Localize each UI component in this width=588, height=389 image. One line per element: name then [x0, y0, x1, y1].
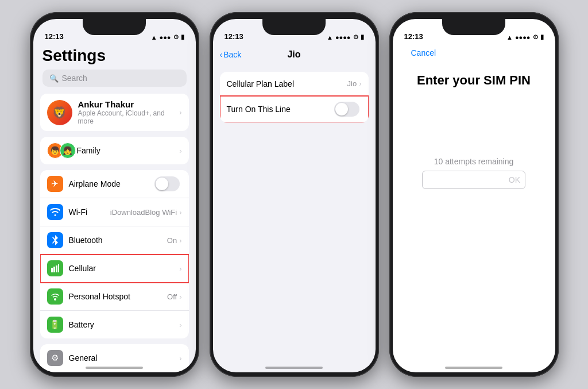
search-icon: 🔍 [49, 74, 59, 83]
family-chevron: › [179, 147, 181, 155]
wifi-icon: ⊙ [173, 33, 179, 41]
network-group: ✈ Airplane Mode Wi-Fi iDownloadBlog WiFi… [40, 170, 189, 338]
phone-1-screen: 12:13 ▲ ●●● ⊙ ▮ Settings 🔍 Search 🦁 [33, 19, 196, 372]
battery-label: Battery [69, 320, 180, 329]
settings-screen: 12:13 ▲ ●●● ⊙ ▮ Settings 🔍 Search 🦁 [33, 19, 196, 372]
search-bar[interactable]: 🔍 Search [42, 70, 187, 87]
status-time-3: 12:13 [404, 32, 423, 41]
turn-on-label: Turn On This Line [227, 105, 334, 114]
notch-2 [262, 19, 326, 35]
battery-chevron: › [179, 321, 181, 329]
location-icon: ▲ [151, 34, 157, 41]
battery-icon-2: ▮ [361, 33, 364, 41]
family-row[interactable]: 👦 👧 Family › [40, 137, 189, 164]
signal-icon: ●●● [160, 34, 171, 41]
family-avatar-2: 👧 [60, 142, 76, 159]
svg-point-4 [54, 298, 56, 301]
user-name: Ankur Thakur [78, 99, 180, 109]
plan-label: Cellular Plan Label [227, 79, 347, 88]
hotspot-chevron: › [179, 292, 181, 301]
general-chevron: › [179, 354, 181, 363]
status-icons-3: ▲ ●●●● ⊙ ▮ [506, 33, 543, 41]
sim-ok-button[interactable]: OK [509, 175, 520, 184]
plan-chevron: › [359, 79, 361, 88]
user-profile-row[interactable]: 🦁 Ankur Thakur Apple Account, iCloud+, a… [40, 94, 189, 131]
family-label: Family [77, 146, 180, 155]
cellular-chevron: › [179, 264, 181, 273]
bluetooth-chevron: › [179, 236, 181, 245]
turn-on-toggle[interactable] [334, 102, 359, 117]
wifi-row[interactable]: Wi-Fi iDownloadBlog WiFi › [40, 198, 189, 226]
cellular-icon [47, 260, 63, 276]
general-label: General [69, 353, 180, 363]
wifi-value: iDownloadBlog WiFi [110, 208, 177, 217]
status-icons-1: ▲ ●●● ⊙ ▮ [151, 33, 184, 41]
turn-on-row[interactable]: Turn On This Line [220, 96, 369, 122]
phone-2: 12:13 ▲ ●●●● ⊙ ▮ ‹ Back Jio Cellular Pl [210, 12, 379, 377]
cancel-button[interactable]: Cancel [402, 44, 446, 62]
jio-title: Jio [287, 49, 300, 60]
airplane-row[interactable]: ✈ Airplane Mode [40, 170, 189, 198]
home-indicator-2 [265, 367, 323, 369]
battery-row[interactable]: 🔋 Battery › [40, 311, 189, 338]
sim-screen: 12:13 ▲ ●●●● ⊙ ▮ Cancel Enter your SIM P… [393, 19, 555, 372]
hotspot-label: Personal Hotspot [69, 292, 168, 301]
signal-icon-3: ●●●● [515, 34, 531, 41]
avatar-emoji: 🦁 [52, 106, 67, 120]
avatar: 🦁 [47, 100, 72, 125]
jio-group: Cellular Plan Label Jio › Turn On This L… [220, 72, 369, 122]
svg-rect-3 [58, 264, 59, 272]
back-label: Back [223, 50, 241, 59]
search-placeholder: Search [62, 74, 87, 83]
sim-attempts: 10 attempts remaining [393, 157, 555, 166]
cellular-label: Cellular [69, 264, 180, 273]
sim-input-area: OK [393, 171, 555, 189]
family-avatars: 👦 👧 [47, 142, 72, 159]
user-profile-group: 🦁 Ankur Thakur Apple Account, iCloud+, a… [40, 94, 189, 131]
phone-3-screen: 12:13 ▲ ●●●● ⊙ ▮ Cancel Enter your SIM P… [393, 19, 555, 372]
plan-label-row[interactable]: Cellular Plan Label Jio › [220, 72, 369, 96]
status-icons-2: ▲ ●●●● ⊙ ▮ [327, 33, 363, 41]
status-time-1: 12:13 [45, 32, 64, 41]
battery-icon: ▮ [181, 33, 184, 41]
jio-screen: 12:13 ▲ ●●●● ⊙ ▮ ‹ Back Jio Cellular Pl [213, 19, 376, 372]
location-icon-3: ▲ [506, 34, 513, 41]
family-group: 👦 👧 Family › [40, 137, 189, 164]
hotspot-row[interactable]: Personal Hotspot Off › [40, 283, 189, 311]
notch-3 [442, 19, 505, 35]
svg-rect-0 [51, 268, 53, 272]
back-button[interactable]: ‹ Back [220, 50, 242, 59]
bluetooth-icon [47, 232, 63, 248]
location-icon-2: ▲ [327, 34, 333, 41]
settings-title: Settings [33, 44, 196, 70]
hotspot-value: Off [167, 292, 177, 301]
user-chevron: › [179, 108, 181, 117]
plan-value: Jio [347, 79, 357, 88]
back-chevron: ‹ [220, 50, 223, 59]
cellular-row[interactable]: Cellular › [40, 255, 189, 283]
wifi-icon-row [47, 204, 63, 220]
phone-3: 12:13 ▲ ●●●● ⊙ ▮ Cancel Enter your SIM P… [389, 12, 559, 377]
wifi-icon-2: ⊙ [353, 33, 358, 41]
jio-nav: ‹ Back Jio [213, 44, 376, 65]
home-indicator-3 [445, 367, 502, 369]
sim-input-box[interactable]: OK [422, 171, 525, 189]
bluetooth-row[interactable]: Bluetooth On › [40, 226, 189, 255]
bluetooth-label: Bluetooth [69, 236, 167, 245]
status-time-2: 12:13 [225, 32, 243, 41]
svg-rect-2 [56, 265, 57, 272]
airplane-label: Airplane Mode [69, 179, 154, 188]
battery-icon-row: 🔋 [47, 317, 63, 333]
bluetooth-value: On [167, 236, 177, 245]
sim-title: Enter your SIM PIN [393, 61, 555, 88]
battery-icon-3: ▮ [540, 33, 544, 41]
phone-1: 12:13 ▲ ●●● ⊙ ▮ Settings 🔍 Search 🦁 [30, 12, 199, 377]
airplane-toggle[interactable] [154, 176, 180, 191]
signal-icon-2: ●●●● [335, 34, 351, 41]
hotspot-icon [47, 288, 63, 305]
wifi-chevron: › [179, 208, 181, 217]
home-indicator-1 [86, 367, 143, 369]
notch-1 [83, 19, 146, 35]
phone-2-screen: 12:13 ▲ ●●●● ⊙ ▮ ‹ Back Jio Cellular Pl [213, 19, 376, 372]
airplane-icon: ✈ [47, 176, 63, 192]
